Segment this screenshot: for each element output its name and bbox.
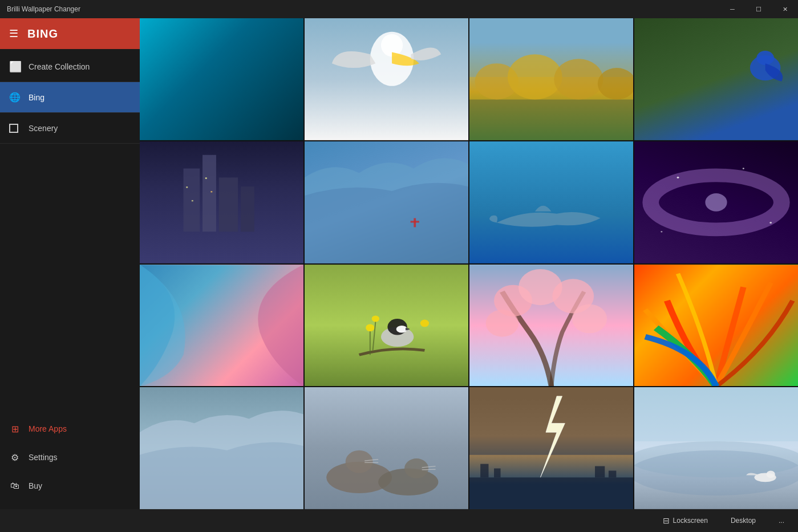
svg-point-37 xyxy=(486,310,519,337)
sidebar-bottom: ⊞ More Apps ⚙ Settings 🛍 Buy xyxy=(0,415,140,509)
photo-cell-misty[interactable] xyxy=(634,387,798,509)
svg-point-21 xyxy=(705,193,727,212)
svg-point-29 xyxy=(366,324,374,331)
svg-rect-15 xyxy=(192,200,193,201)
svg-line-44 xyxy=(422,469,436,470)
grid-icon: ⊞ xyxy=(9,424,21,434)
app-container: ☰ BING ⬜ Create Collection 🌐 Bing Scener… xyxy=(0,18,798,509)
svg-point-57 xyxy=(767,471,775,478)
titlebar: Brilli Wallpaper Changer ─ ☐ ✕ xyxy=(0,0,798,18)
photo-cell-abstract[interactable] xyxy=(140,265,303,387)
svg-point-6 xyxy=(554,59,603,99)
photo-cell-ocean[interactable] xyxy=(140,18,303,140)
svg-point-1 xyxy=(381,34,403,57)
svg-point-25 xyxy=(661,231,662,232)
svg-point-42 xyxy=(404,458,428,478)
sidebar-bottom-label: Settings xyxy=(29,453,58,462)
svg-point-30 xyxy=(372,315,379,322)
svg-point-40 xyxy=(346,450,373,473)
sidebar: ☰ BING ⬜ Create Collection 🌐 Bing Scener… xyxy=(0,18,140,509)
collection-icon: ⬜ xyxy=(9,60,21,73)
svg-point-24 xyxy=(769,222,772,224)
photo-cell-pelican[interactable] xyxy=(305,18,468,140)
sidebar-bottom-label: Buy xyxy=(29,481,42,490)
svg-point-31 xyxy=(420,319,429,327)
photo-gallery xyxy=(140,18,798,509)
svg-point-38 xyxy=(572,304,607,333)
brand-label: BING xyxy=(27,27,58,40)
svg-point-5 xyxy=(508,54,562,99)
list-icon: ⊟ xyxy=(663,516,670,525)
more-button[interactable]: ... xyxy=(774,514,789,527)
svg-rect-10 xyxy=(184,168,200,232)
sidebar-bottom-label: More Apps xyxy=(29,424,67,433)
svg-rect-12 xyxy=(219,177,238,232)
maximize-button[interactable]: ☐ xyxy=(746,0,772,18)
svg-rect-14 xyxy=(186,186,188,188)
svg-rect-50 xyxy=(494,469,500,478)
close-button[interactable]: ✕ xyxy=(772,0,798,18)
more-label: ... xyxy=(779,517,784,525)
svg-rect-11 xyxy=(202,155,216,232)
svg-rect-52 xyxy=(609,471,616,478)
svg-point-9 xyxy=(756,51,774,65)
photo-cell-lightning[interactable] xyxy=(469,387,633,509)
svg-rect-3 xyxy=(469,100,633,140)
hamburger-icon[interactable]: ☰ xyxy=(9,27,18,40)
svg-rect-16 xyxy=(205,177,207,178)
sidebar-item-label: Bing xyxy=(29,93,44,102)
svg-rect-49 xyxy=(480,464,488,478)
photo-cell-chickadee[interactable] xyxy=(305,265,468,387)
photo-cell-icerock[interactable] xyxy=(140,387,303,509)
sidebar-item-buy[interactable]: 🛍 Buy xyxy=(0,472,140,500)
sidebar-header: ☰ BING xyxy=(0,18,140,49)
sidebar-item-label: Create Collection xyxy=(29,62,90,71)
svg-rect-17 xyxy=(210,191,212,192)
sidebar-item-create-collection[interactable]: ⬜ Create Collection xyxy=(0,51,140,82)
lockscreen-button[interactable]: ⊟ Lockscreen xyxy=(658,514,712,527)
titlebar-controls: ─ ☐ ✕ xyxy=(719,0,798,18)
globe-icon: 🌐 xyxy=(9,92,21,103)
photo-cell-feathers[interactable] xyxy=(634,265,798,387)
gear-icon: ⚙ xyxy=(9,452,21,463)
svg-point-23 xyxy=(743,168,744,169)
photo-cell-glacier[interactable] xyxy=(305,141,468,263)
photo-cell-bluebird[interactable] xyxy=(634,18,798,140)
square-icon xyxy=(9,124,18,133)
titlebar-left: Brilli Wallpaper Changer xyxy=(7,5,80,13)
photo-cell-cherry[interactable] xyxy=(469,265,633,387)
lockscreen-label: Lockscreen xyxy=(673,517,708,525)
sidebar-item-more-apps[interactable]: ⊞ More Apps xyxy=(0,415,140,443)
photo-cell-seals[interactable] xyxy=(305,387,468,509)
desktop-button[interactable]: Desktop xyxy=(726,514,760,527)
photo-cell-autumn[interactable] xyxy=(469,18,633,140)
nav-items: ⬜ Create Collection 🌐 Bing Scenery xyxy=(0,49,140,415)
bag-icon: 🛍 xyxy=(9,481,21,491)
svg-rect-53 xyxy=(634,387,798,441)
desktop-label: Desktop xyxy=(731,517,756,525)
sidebar-item-settings[interactable]: ⚙ Settings xyxy=(0,443,140,472)
svg-rect-48 xyxy=(469,478,633,509)
photo-cell-citynight[interactable] xyxy=(140,141,303,263)
titlebar-title: Brilli Wallpaper Changer xyxy=(7,5,80,13)
svg-rect-19 xyxy=(411,221,419,222)
svg-rect-51 xyxy=(595,466,605,478)
svg-rect-13 xyxy=(241,186,254,232)
sidebar-item-label: Scenery xyxy=(29,124,58,133)
photo-cell-galaxy[interactable] xyxy=(634,141,798,263)
sidebar-item-scenery[interactable]: Scenery xyxy=(0,113,140,144)
sidebar-item-bing[interactable]: 🌐 Bing xyxy=(0,82,140,113)
photo-cell-dolphin[interactable] xyxy=(469,141,633,263)
footer: ⊟ Lockscreen Desktop ... xyxy=(0,509,798,532)
svg-point-22 xyxy=(677,177,679,178)
minimize-button[interactable]: ─ xyxy=(719,0,746,18)
